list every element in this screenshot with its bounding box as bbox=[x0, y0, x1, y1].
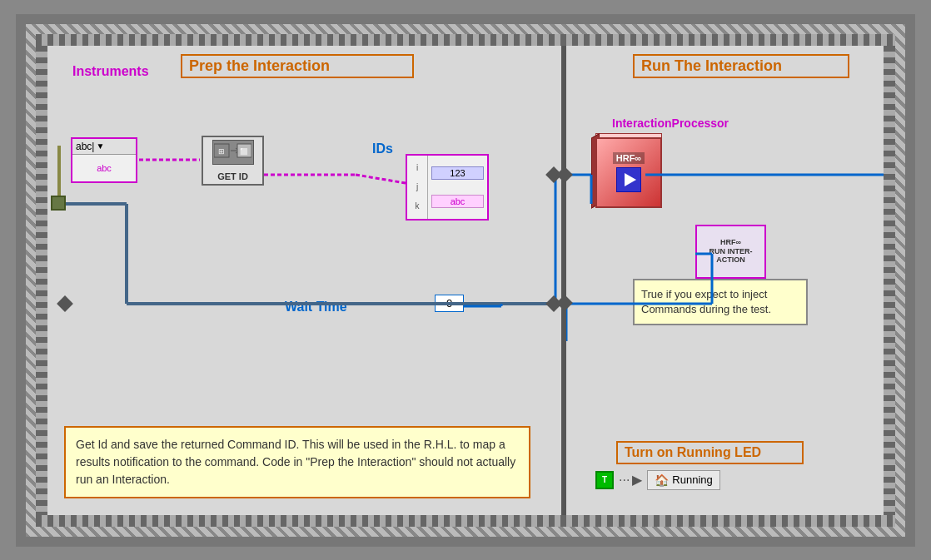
run-box: Run The Interaction bbox=[633, 54, 849, 78]
ids-block: i j k 123 abc bbox=[406, 154, 489, 221]
hrf-block: HRF∞ bbox=[591, 133, 675, 216]
hrf-label: HRF∞ bbox=[613, 152, 645, 164]
left-hatch bbox=[36, 46, 47, 515]
true-bool-label: T bbox=[602, 475, 607, 484]
running-block: T ··· ▶ 🏠 Running bbox=[595, 470, 720, 490]
canvas-area: Instruments Prep the Interaction abc| ▼ … bbox=[47, 46, 884, 515]
wire-dots: ··· ▶ bbox=[619, 472, 642, 488]
svg-line-9 bbox=[356, 175, 406, 183]
true-bool-block[interactable]: T bbox=[595, 471, 614, 489]
abc-text: abc| bbox=[76, 141, 94, 152]
dropdown-arrow[interactable]: ▼ bbox=[96, 141, 104, 151]
ids-indices: i j k bbox=[407, 156, 428, 219]
home-icon: 🏠 bbox=[655, 473, 669, 487]
right-hatch bbox=[884, 46, 895, 515]
abc-bottom: abc bbox=[72, 155, 136, 181]
comment-box: True if you expect to inject Commands du… bbox=[633, 279, 808, 325]
getid-block: ⊞ ⬜ GET ID bbox=[202, 136, 264, 186]
description-box: Get Id and save the returned Command ID.… bbox=[64, 426, 530, 498]
book-face: HRF∞ bbox=[595, 137, 662, 208]
abc-top[interactable]: abc| ▼ bbox=[72, 139, 136, 155]
ids-string: abc bbox=[431, 195, 484, 208]
diamond-node-mid-left bbox=[57, 295, 73, 312]
comment-text: True if you expect to inject Commands du… bbox=[641, 288, 771, 315]
ids-values: 123 abc bbox=[428, 156, 487, 219]
description-text: Get Id and save the returned Command ID.… bbox=[76, 438, 515, 486]
play-triangle-icon bbox=[625, 173, 636, 186]
getid-icon: ⊞ ⬜ bbox=[212, 140, 254, 165]
left-panel: Instruments Prep the Interaction abc| ▼ … bbox=[47, 46, 564, 515]
running-label: Running bbox=[672, 473, 712, 486]
ids-label: IDs bbox=[372, 141, 393, 156]
book-3d: HRF∞ bbox=[591, 133, 666, 212]
run-label: Run The Interaction bbox=[641, 57, 782, 74]
right-panel: Run The Interaction InteractionProcessor… bbox=[566, 46, 884, 515]
abc-input-block[interactable]: abc| ▼ abc bbox=[71, 137, 137, 183]
instruments-label: Instruments bbox=[72, 64, 149, 79]
play-button[interactable] bbox=[616, 167, 641, 192]
ids-k: k bbox=[416, 201, 420, 211]
wait-time-input[interactable] bbox=[435, 295, 464, 312]
run-interact-block: HRF∞ RUN INTER- ACTION bbox=[695, 225, 766, 279]
left-input-connector bbox=[51, 196, 66, 211]
ids-i: i bbox=[416, 163, 418, 172]
ids-j: j bbox=[416, 182, 418, 191]
svg-text:⊞: ⊞ bbox=[218, 147, 225, 156]
abc-sub-label: abc bbox=[97, 163, 112, 173]
svg-text:⬜: ⬜ bbox=[240, 147, 248, 156]
wait-time-label: Wait Time bbox=[285, 300, 347, 315]
led-label: Turn on Running LED bbox=[625, 445, 761, 459]
run-interact-label: HRF∞ RUN INTER- ACTION bbox=[699, 238, 762, 265]
bottom-hatch bbox=[36, 515, 895, 527]
ids-numeric: 123 bbox=[431, 166, 484, 180]
prep-box: Prep the Interaction bbox=[181, 54, 414, 78]
getid-label: GET ID bbox=[217, 171, 248, 181]
running-indicator: 🏠 Running bbox=[647, 470, 719, 490]
prep-label: Prep the Interaction bbox=[189, 57, 330, 74]
led-box: Turn on Running LED bbox=[616, 441, 804, 464]
top-hatch bbox=[36, 34, 895, 46]
ip-label: InteractionProcessor bbox=[612, 116, 729, 130]
